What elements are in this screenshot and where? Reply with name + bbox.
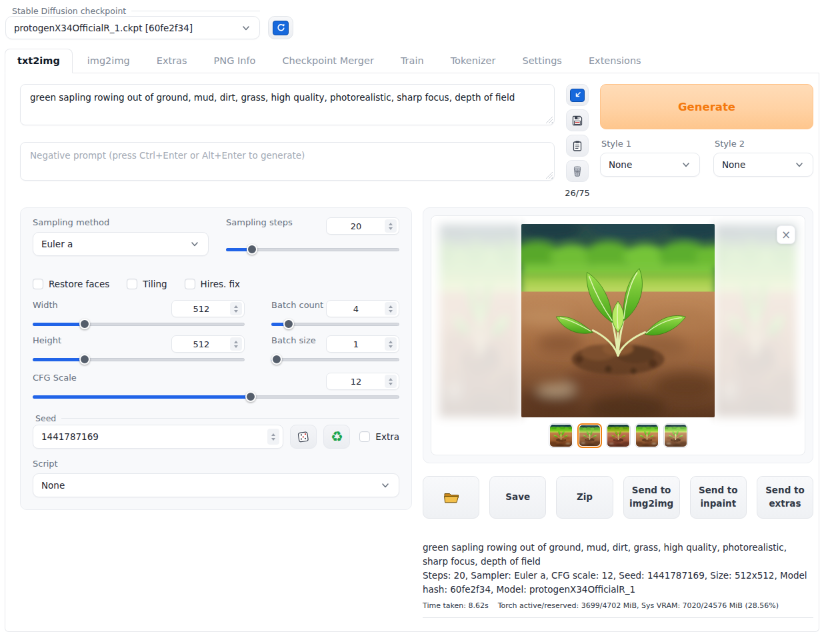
number-spinner[interactable]	[385, 337, 397, 351]
width-label: Width	[33, 300, 58, 310]
trash-icon	[571, 165, 583, 177]
number-spinner[interactable]	[385, 375, 397, 388]
gallery-thumbnails	[431, 423, 805, 448]
number-spinner[interactable]	[385, 302, 397, 315]
sampling-method-value: Euler a	[41, 239, 73, 249]
recycle-icon: ♻	[331, 430, 343, 444]
gallery-thumbnail-1[interactable]	[549, 423, 573, 448]
send-to-img2img-button[interactable]: Send to img2img	[623, 476, 680, 519]
height-label: Height	[33, 335, 61, 345]
style2-dropdown[interactable]: None	[713, 153, 813, 177]
zip-button[interactable]: Zip	[556, 476, 613, 519]
seed-label: Seed	[33, 413, 399, 423]
seed-input[interactable]	[33, 425, 283, 449]
style1-block: Style 1 None	[600, 139, 700, 177]
token-counter: 26/75	[565, 188, 589, 198]
checkbox-icon	[33, 279, 43, 289]
prompt-column: green sapling rowing out of ground, mud,…	[20, 84, 555, 198]
width-slider[interactable]	[33, 319, 245, 329]
settings-panel: Sampling method Euler a Sampling steps	[20, 207, 412, 510]
generated-image[interactable]	[521, 224, 715, 417]
prompt-input[interactable]: green sapling rowing out of ground, mud,…	[20, 84, 555, 125]
checkpoint-dropdown[interactable]: protogenX34OfficialR_1.ckpt [60fe2f34]	[5, 16, 260, 39]
folder-icon	[443, 491, 460, 505]
txt2img-panel: green sapling rowing out of ground, mud,…	[5, 73, 819, 632]
height-slider[interactable]	[33, 354, 245, 365]
gallery-thumbnail-4[interactable]	[635, 423, 659, 448]
sampling-steps-slider[interactable]	[226, 244, 399, 255]
tab-png-info[interactable]: PNG Info	[202, 49, 268, 73]
tab-txt2img[interactable]: txt2img	[5, 49, 73, 73]
refresh-icon	[273, 21, 289, 35]
dimensions-row: Width Height	[33, 300, 399, 365]
number-spinner[interactable]	[230, 337, 242, 351]
checkbox-icon	[359, 431, 370, 442]
generate-button[interactable]: Generate	[600, 84, 813, 129]
reuse-seed-button[interactable]: ♻	[323, 425, 350, 449]
feature-checkboxes: Restore faces Tiling Hires. fix	[33, 279, 399, 289]
prompt-row: green sapling rowing out of ground, mud,…	[20, 84, 813, 198]
tab-train[interactable]: Train	[389, 49, 436, 73]
gallery-thumbnail-2-selected[interactable]	[577, 423, 602, 448]
extra-label: Extra	[375, 431, 399, 442]
tab-tokenizer[interactable]: Tokenizer	[439, 49, 508, 73]
number-spinner[interactable]	[385, 219, 397, 233]
output-column: × Sa	[423, 207, 813, 618]
generation-perf: Time taken: 8.62s Torch active/reserved:…	[423, 600, 813, 611]
tab-settings[interactable]: Settings	[510, 49, 573, 73]
number-spinner[interactable]	[230, 302, 242, 315]
generation-info-params: Steps: 20, Sampler: Euler a, CFG scale: …	[423, 569, 813, 597]
hires-fix-checkbox[interactable]: Hires. fix	[185, 279, 241, 289]
close-gallery-button[interactable]: ×	[777, 225, 795, 244]
send-to-inpaint-button[interactable]: Send to inpaint	[690, 476, 747, 519]
gallery-thumbnail-5[interactable]	[663, 423, 688, 448]
sampling-method-dropdown[interactable]: Euler a	[33, 232, 209, 256]
save-style-button[interactable]	[566, 109, 589, 131]
negative-prompt-input[interactable]	[20, 142, 555, 181]
tiling-checkbox[interactable]: Tiling	[127, 279, 167, 289]
sampling-method-block: Sampling method Euler a	[33, 217, 209, 256]
generation-info-prompt: green sapling rowing out of ground, mud,…	[423, 541, 813, 569]
gallery-thumbnail-3[interactable]	[606, 423, 631, 448]
style1-dropdown[interactable]: None	[600, 153, 700, 177]
number-spinner[interactable]	[267, 429, 279, 445]
generate-column: Generate Style 1 None Style 2 None	[600, 84, 813, 198]
chevron-down-icon	[681, 159, 691, 170]
chevron-down-icon	[241, 23, 251, 33]
open-folder-button[interactable]	[423, 476, 479, 519]
generation-info: green sapling rowing out of ground, mud,…	[423, 541, 813, 618]
tab-extras[interactable]: Extras	[145, 49, 199, 73]
extra-seed-checkbox[interactable]: Extra	[359, 431, 399, 442]
tab-extensions[interactable]: Extensions	[577, 49, 653, 73]
clear-prompt-button[interactable]	[566, 160, 589, 182]
refresh-checkpoint-button[interactable]	[268, 16, 293, 39]
send-to-extras-button[interactable]: Send to extras	[757, 476, 813, 519]
batch-count-slider[interactable]	[271, 319, 399, 329]
chevron-down-icon	[189, 239, 200, 249]
cfg-scale-block: CFG Scale	[33, 373, 399, 402]
sampling-steps-label: Sampling steps	[226, 217, 293, 227]
cfg-scale-label: CFG Scale	[33, 373, 77, 383]
batch-count-label: Batch count	[271, 300, 323, 310]
script-dropdown[interactable]: None	[33, 473, 399, 497]
apply-style-button[interactable]	[566, 135, 589, 157]
save-button[interactable]: Save	[489, 476, 546, 519]
paste-params-button[interactable]	[566, 84, 589, 106]
floppy-disk-icon	[571, 115, 583, 127]
style1-label: Style 1	[600, 139, 700, 149]
checkpoint-label: Stable Diffusion checkpoint	[5, 5, 260, 16]
checkbox-icon	[185, 279, 195, 289]
cfg-scale-slider[interactable]	[33, 391, 399, 402]
batch-size-slider[interactable]	[271, 354, 399, 365]
restore-faces-label: Restore faces	[49, 279, 109, 289]
restore-faces-checkbox[interactable]: Restore faces	[33, 279, 109, 289]
sampling-method-label: Sampling method	[33, 217, 209, 227]
tab-checkpoint-merger[interactable]: Checkpoint Merger	[270, 49, 385, 73]
random-seed-button[interactable]	[290, 425, 317, 449]
vram-usage: Torch active/reserved: 3699/4702 MiB, Sy…	[498, 600, 779, 611]
checkpoint-block: Stable Diffusion checkpoint protogenX34O…	[5, 5, 260, 39]
tab-img2img[interactable]: img2img	[75, 49, 142, 73]
gallery-backdrop-veil	[715, 216, 805, 425]
gallery-card: ×	[431, 215, 805, 455]
script-value: None	[41, 480, 65, 491]
